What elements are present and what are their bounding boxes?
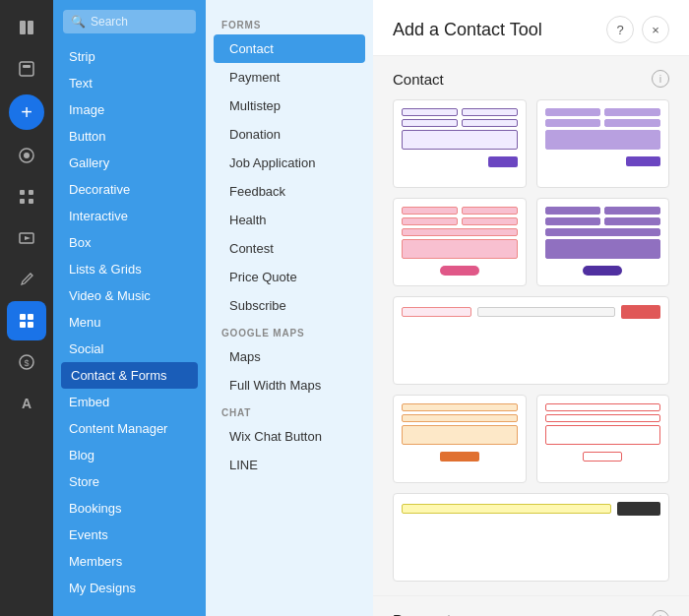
sidebar-item-decorative[interactable]: Decorative <box>53 176 206 203</box>
sidebar-item-social[interactable]: Social <box>53 336 206 362</box>
svg-rect-0 <box>20 21 26 34</box>
search-placeholder: Search <box>91 15 128 29</box>
market-icon[interactable]: $ <box>7 342 46 382</box>
help-button[interactable]: ? <box>606 16 634 43</box>
pages-icon[interactable] <box>7 8 46 47</box>
middle-item-feedback[interactable]: Feedback <box>214 177 365 206</box>
svg-rect-14 <box>20 322 26 328</box>
payment-section-title: Payment i <box>393 610 669 616</box>
header-icons: ? × <box>606 16 669 43</box>
contact-info-icon[interactable]: i <box>652 70 669 88</box>
sidebar-item-box[interactable]: Box <box>53 229 206 256</box>
sidebar-item-content[interactable]: Content Manager <box>53 415 206 442</box>
svg-rect-15 <box>28 322 33 328</box>
payment-info-icon[interactable]: i <box>652 610 669 616</box>
svg-rect-2 <box>20 62 33 76</box>
svg-point-5 <box>24 153 30 158</box>
svg-rect-6 <box>20 190 25 195</box>
svg-rect-7 <box>29 190 33 195</box>
middle-item-multistep[interactable]: Multistep <box>214 92 365 120</box>
sidebar-item-events[interactable]: Events <box>53 522 206 548</box>
middle-item-donation[interactable]: Donation <box>214 120 365 149</box>
sidebar-item-embed[interactable]: Embed <box>53 389 206 415</box>
template-card-7[interactable] <box>536 395 670 483</box>
middle-item-fullmaps[interactable]: Full Width Maps <box>214 371 365 400</box>
sidebar-item-gallery[interactable]: Gallery <box>53 150 206 176</box>
svg-rect-12 <box>20 314 26 320</box>
svg-text:$: $ <box>24 358 29 368</box>
template-card-4[interactable] <box>536 198 670 286</box>
sidebar-item-text[interactable]: Text <box>53 70 206 96</box>
add-icon[interactable]: + <box>9 94 44 130</box>
middle-item-health[interactable]: Health <box>214 206 365 234</box>
dev-icon[interactable]: A <box>7 384 46 423</box>
sidebar-item-members[interactable]: Members <box>53 548 206 575</box>
sidebar-item-video[interactable]: Video & Music <box>53 282 206 309</box>
sidebar-item-store[interactable]: Store <box>53 468 206 495</box>
svg-rect-13 <box>28 314 33 320</box>
media-icon[interactable] <box>7 218 46 258</box>
forms-section-label: FORMS <box>206 12 373 34</box>
svg-marker-11 <box>25 236 31 240</box>
sidebar-item-contact[interactable]: Contact & Forms <box>61 362 198 389</box>
pen-icon[interactable] <box>7 260 46 299</box>
sidebar-item-image[interactable]: Image <box>53 96 206 123</box>
contact-templates-grid <box>393 99 669 582</box>
sidebar-item-lists[interactable]: Lists & Grids <box>53 256 206 282</box>
chat-section-label: CHAT <box>206 400 373 422</box>
sidebar-item-menu[interactable]: Menu <box>53 309 206 336</box>
template-card-5[interactable] <box>393 296 669 385</box>
sidebar-item-button[interactable]: Button <box>53 123 206 150</box>
page-title: Add a Contact Tool <box>393 20 542 40</box>
sidebar-item-interactive[interactable]: Interactive <box>53 203 206 229</box>
middle-item-contest[interactable]: Contest <box>214 234 365 263</box>
contact-section-title: Contact i <box>393 70 669 88</box>
icon-bar: + $ <box>0 0 53 616</box>
middle-item-line[interactable]: LINE <box>214 451 365 479</box>
sidebar-item-strip[interactable]: Strip <box>53 43 206 70</box>
middle-item-subscribe[interactable]: Subscribe <box>214 291 365 320</box>
middle-item-job[interactable]: Job Application <box>214 149 365 177</box>
contact-section: Contact i <box>373 56 689 595</box>
sidebar-item-bookings[interactable]: Bookings <box>53 495 206 522</box>
svg-rect-1 <box>28 21 33 34</box>
search-icon: 🔍 <box>71 15 86 29</box>
template-card-2[interactable] <box>536 99 670 188</box>
middle-panel: FORMS Contact Payment Multistep Donation… <box>206 0 373 616</box>
middle-item-contact[interactable]: Contact <box>214 34 365 63</box>
layout-icon[interactable] <box>7 49 46 89</box>
sidebar-item-mydesigns[interactable]: My Designs <box>53 575 206 601</box>
search-box[interactable]: 🔍 Search <box>63 10 196 33</box>
svg-rect-8 <box>20 199 25 204</box>
svg-rect-9 <box>29 199 33 204</box>
svg-rect-3 <box>23 65 31 68</box>
template-card-8[interactable] <box>393 493 669 582</box>
close-button[interactable]: × <box>642 16 669 43</box>
template-card-6[interactable] <box>393 395 527 483</box>
template-card-1[interactable] <box>393 99 527 188</box>
template-card-3[interactable] <box>393 198 527 286</box>
middle-item-maps[interactable]: Maps <box>214 342 365 371</box>
middle-item-payment[interactable]: Payment <box>214 63 365 92</box>
sidebar-item-blog[interactable]: Blog <box>53 442 206 468</box>
main-header: Add a Contact Tool ? × <box>373 0 689 56</box>
left-panel: 🔍 Search Strip Text Image Button Gallery… <box>53 0 206 616</box>
main-content: Add a Contact Tool ? × Contact i <box>373 0 689 616</box>
apps-icon[interactable] <box>7 177 46 216</box>
payment-section: Payment i <box>373 595 689 616</box>
middle-item-pricequote[interactable]: Price Quote <box>214 263 365 291</box>
middle-item-wixchat[interactable]: Wix Chat Button <box>214 422 365 451</box>
blocks-icon[interactable] <box>7 301 46 340</box>
maps-section-label: GOOGLE MAPS <box>206 320 373 342</box>
themes-icon[interactable] <box>7 136 46 175</box>
